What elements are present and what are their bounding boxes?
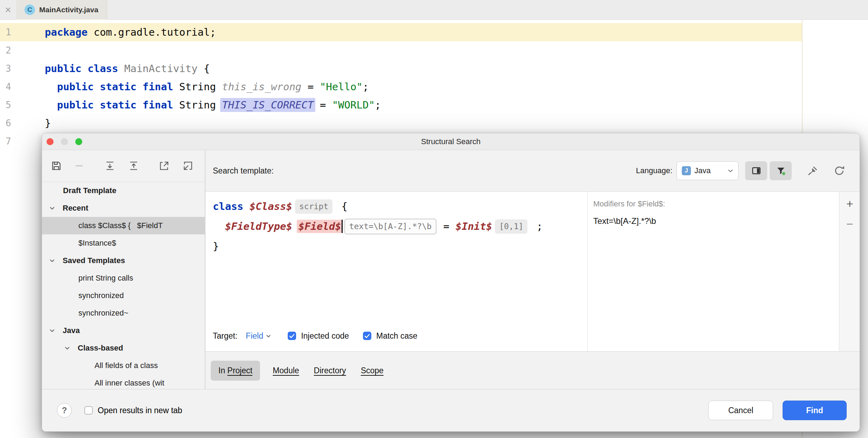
injected-code-label: Injected code [301,331,349,341]
template-header-row: Search template: Language: J Java [205,150,860,191]
code-line[interactable]: 3public class MainActivity { [0,59,868,78]
scope-module[interactable]: Module [271,361,301,381]
code-token: "WORLD" [332,99,375,111]
target-label: Target: [213,331,237,341]
match-case-checkbox[interactable] [363,332,371,340]
code-line[interactable]: 4 public static final String this_is_wro… [0,78,868,96]
code-token: MainActivity [124,63,198,75]
code-token: = [314,99,332,111]
chevron-down-icon [728,169,733,172]
code-lines: 1package com.gradle.tutorial;23public cl… [0,23,868,150]
reset-button[interactable] [832,164,846,178]
scope-in-project[interactable]: In Project [211,361,260,381]
export-template-button[interactable] [158,160,170,172]
chevron-down-icon [49,327,55,334]
template-token: ; [530,220,542,232]
editor-tab[interactable]: C MainActivity.java [16,0,107,20]
cancel-button[interactable]: Cancel [708,401,773,420]
line-number: 4 [6,78,11,96]
scope-word: Project [227,366,253,375]
filter-badge[interactable]: text=\b[A-Z].*?\b [344,219,436,234]
template-line[interactable]: $FieldType$ $Field$text=\b[A-Z].*?\b = $… [213,217,587,236]
chevron-down-icon [49,205,55,211]
templates-panel: Draft TemplateRecentclass $Class$ { $Fie… [42,150,205,390]
find-button[interactable]: Find [783,401,847,420]
template-line[interactable]: } [213,236,587,256]
template-token: $Class$ [250,200,292,212]
checkmark-icon [364,334,370,338]
filter-toggle-button[interactable] [770,161,792,180]
tree-item-label: synchronized~ [78,309,128,318]
template-token: $Init$ [455,220,492,232]
target-row: Target: Field Injected code [213,327,418,344]
tree-item-label: Saved Templates [63,256,125,265]
tree-item-synchronized[interactable]: synchronized [42,287,205,304]
save-template-button[interactable] [50,160,62,172]
template-line[interactable]: class $Class$script { [213,197,587,217]
tree-item-label: All inner classes (wit [94,379,164,388]
expand-all-button[interactable] [104,160,116,172]
open-results-checkbox[interactable] [84,406,93,415]
code-token: { [198,63,210,75]
help-button[interactable]: ? [57,403,72,418]
tree-item-draft-template[interactable]: Draft Template [42,182,205,199]
tree-item-class-class-fieldt[interactable]: class $Class$ { $FieldT [42,217,205,234]
preview-toggle-button[interactable] [745,161,767,180]
import-template-button[interactable] [182,160,194,172]
tree-item-saved-templates[interactable]: Saved Templates [42,252,205,269]
remove-template-button[interactable] [73,160,85,172]
modifiers-value[interactable]: Text=\b[A-Z].*?\b [593,216,833,226]
refresh-icon [833,165,845,177]
injected-code-checkbox[interactable] [288,332,296,340]
templates-toolbar [42,150,205,182]
ide-window: × C MainActivity.java 1package com.gradl… [0,0,868,438]
tree-item-print-string-calls[interactable]: print String calls [42,269,205,287]
tree-item-label: Class-based [78,344,123,353]
filter-badge[interactable]: [0,1] [495,219,527,234]
tree-item-class-based[interactable]: Class-based [42,339,205,357]
code-token: public static final [57,81,173,93]
code-line[interactable]: 1package com.gradle.tutorial; [0,23,868,41]
scope-row: In ProjectModuleDirectoryScope [205,352,860,390]
template-token: } [213,240,219,252]
remove-modifier-button[interactable]: − [843,217,857,231]
language-label: Language: [636,166,672,175]
chevron-down-icon [266,334,271,338]
code-token: = [301,81,320,93]
tree-item-java[interactable]: Java [42,322,205,339]
tree-item-label: print String calls [78,274,133,283]
filter-badge[interactable]: script [295,199,332,214]
scope-scope[interactable]: Scope [359,361,386,381]
language-value: Java [694,166,710,175]
template-main-row: class $Class$script { $FieldType$ $Field… [205,191,860,352]
tree-item-all-fields-of-a-class[interactable]: All fields of a class [42,357,205,374]
line-number: 2 [6,41,11,59]
collapse-all-button[interactable] [128,160,140,172]
language-cluster: Language: J Java [636,161,846,180]
tree-item-instance[interactable]: $Instance$ [42,234,205,252]
tree-item-synchronized[interactable]: synchronized~ [42,304,205,322]
code-token [45,99,57,111]
scope-word: Scope [361,366,384,375]
code-token: } [45,117,51,129]
tree-item-recent[interactable]: Recent [42,199,205,217]
add-modifier-button[interactable]: + [843,197,857,211]
language-dropdown[interactable]: J Java [677,161,738,180]
search-template-editor[interactable]: class $Class$script { $FieldType$ $Field… [205,192,587,351]
modifier-actions: + − [839,192,860,351]
code-token: ; [375,99,381,111]
code-token: package [45,26,88,38]
scope-directory[interactable]: Directory [312,361,348,381]
tree-item-label: class $Class$ { $FieldT [78,221,163,230]
code-line[interactable]: 2 [0,41,868,59]
dialog-footer: ? Open results in new tab Cancel Find [42,389,860,431]
close-tab-icon[interactable]: × [0,4,16,16]
code-line[interactable]: 5 public static final String THIS_IS_COR… [0,96,868,114]
code-line[interactable]: 6} [0,114,868,132]
tree-item-label: Java [63,326,80,335]
template-token: = [437,220,455,232]
target-dropdown[interactable]: Field [246,331,271,341]
pin-dialog-button[interactable] [806,164,820,178]
tree-item-all-inner-classes-wit[interactable]: All inner classes (wit [42,374,205,389]
editor-tab-title: MainActivity.java [39,6,98,14]
